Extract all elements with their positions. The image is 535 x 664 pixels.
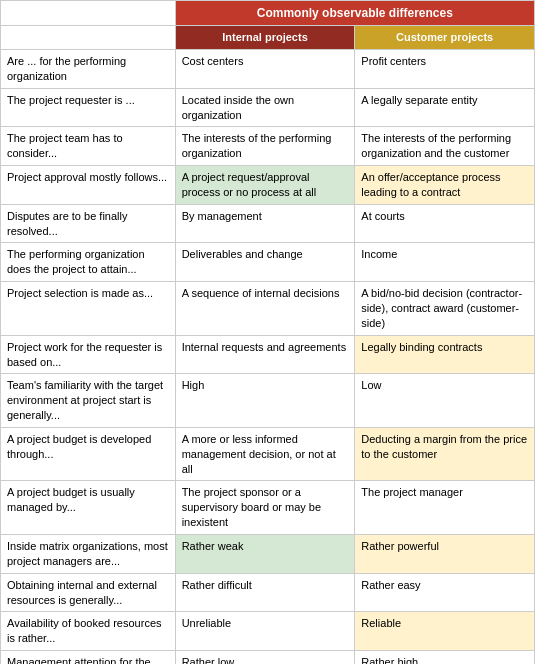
customer-cell: The interests of the performing organiza…: [355, 127, 535, 166]
aspect-cell: Management attention for the project is …: [1, 651, 176, 664]
customer-cell: Rather powerful: [355, 534, 535, 573]
aspect-cell: A project budget is developed through...: [1, 427, 176, 481]
aspect-cell: Project work for the requester is based …: [1, 335, 176, 374]
aspect-cell: Project selection is made as...: [1, 282, 176, 336]
internal-cell: Internal requests and agreements: [175, 335, 355, 374]
aspect-cell: Team's familiarity with the target envir…: [1, 374, 176, 428]
internal-cell: High: [175, 374, 355, 428]
customer-cell: A legally separate entity: [355, 88, 535, 127]
internal-cell: Rather difficult: [175, 573, 355, 612]
internal-cell: The interests of the performing organiza…: [175, 127, 355, 166]
internal-cell: Rather low: [175, 651, 355, 664]
aspect-cell: The project team has to consider...: [1, 127, 176, 166]
aspect-header-empty: [1, 1, 176, 26]
internal-cell: Unreliable: [175, 612, 355, 651]
aspect-cell: Inside matrix organizations, most projec…: [1, 534, 176, 573]
aspect-cell: Project approval mostly follows...: [1, 166, 176, 205]
aspect-cell: Obtaining internal and external resource…: [1, 573, 176, 612]
aspect-cell: Disputes are to be finally resolved...: [1, 204, 176, 243]
aspect-cell: A project budget is usually managed by..…: [1, 481, 176, 535]
internal-cell: The project sponsor or a supervisory boa…: [175, 481, 355, 535]
customer-cell: Income: [355, 243, 535, 282]
internal-cell: Cost centers: [175, 50, 355, 89]
aspect-cell: The project requester is ...: [1, 88, 176, 127]
aspect-label: [1, 26, 176, 50]
internal-cell: A project request/approval process or no…: [175, 166, 355, 205]
internal-cell: A more or less informed management decis…: [175, 427, 355, 481]
customer-cell: Legally binding contracts: [355, 335, 535, 374]
internal-cell: Deliverables and change: [175, 243, 355, 282]
customer-cell: A bid/no-bid decision (contractor-side),…: [355, 282, 535, 336]
internal-cell: By management: [175, 204, 355, 243]
aspect-cell: The performing organization does the pro…: [1, 243, 176, 282]
internal-cell: A sequence of internal decisions: [175, 282, 355, 336]
aspect-cell: Are ... for the performing organization: [1, 50, 176, 89]
header-customer: Customer projects: [355, 26, 535, 50]
customer-cell: Low: [355, 374, 535, 428]
internal-cell: Rather weak: [175, 534, 355, 573]
internal-cell: Located inside the own organization: [175, 88, 355, 127]
header-main: Commonly observable differences: [175, 1, 534, 26]
aspect-cell: Availability of booked resources is rath…: [1, 612, 176, 651]
customer-cell: The project manager: [355, 481, 535, 535]
customer-cell: An offer/acceptance process leading to a…: [355, 166, 535, 205]
customer-cell: Reliable: [355, 612, 535, 651]
customer-cell: Rather high: [355, 651, 535, 664]
customer-cell: Deducting a margin from the price to the…: [355, 427, 535, 481]
customer-cell: Rather easy: [355, 573, 535, 612]
customer-cell: Profit centers: [355, 50, 535, 89]
customer-cell: At courts: [355, 204, 535, 243]
header-internal: Internal projects: [175, 26, 355, 50]
